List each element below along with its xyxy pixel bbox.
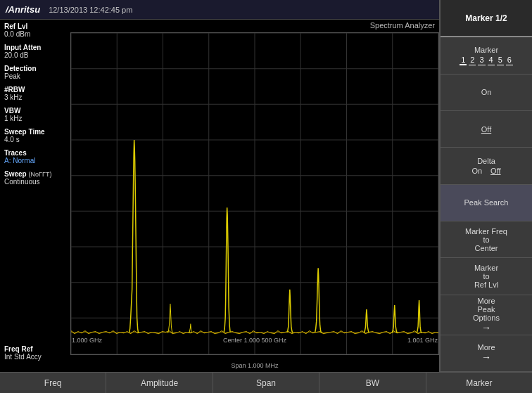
marker-label: Marker <box>474 46 498 54</box>
more-label: More <box>477 343 495 352</box>
marker-num-1[interactable]: 1 <box>460 56 467 65</box>
traces-value: A: Normal <box>4 157 66 165</box>
marker-freq-to-center-center: Center <box>474 244 498 252</box>
tab-bw[interactable]: BW <box>319 373 426 393</box>
delta-off-label: Off <box>490 167 500 175</box>
delta-on-off: On Off <box>471 167 500 175</box>
tab-bw-label: BW <box>366 378 379 388</box>
tab-amplitude-label: Amplitude <box>141 378 178 388</box>
rbw-value: 3 kHz <box>4 94 66 101</box>
spectrum-chart <box>71 33 438 354</box>
off-label: Off <box>481 125 491 134</box>
more-arrow-icon: → <box>481 352 491 363</box>
peak-search-button[interactable]: Peak Search <box>441 185 532 221</box>
rbw-label: #RBW <box>4 86 66 94</box>
marker-title-button[interactable]: Marker 1/2 <box>441 0 532 37</box>
marker-freq-to-center-to: to <box>483 236 489 244</box>
x-label-right: 1.001 GHz <box>407 337 438 344</box>
chart-area <box>70 32 439 355</box>
marker-freq-to-center-label: Marker Freq <box>465 227 507 236</box>
marker-num-5[interactable]: 5 <box>497 56 504 65</box>
marker-to-ref-lvl: Ref Lvl <box>474 281 498 289</box>
marker-to-ref-label: Marker <box>474 264 498 272</box>
marker-to-ref-to: to <box>483 272 489 281</box>
marker-freq-to-center-button[interactable]: Marker Freq to Center <box>441 221 532 258</box>
tab-marker-label: Marker <box>466 378 492 388</box>
more-peak-options-arrow: → <box>481 322 491 333</box>
more-peak-options-options: Options <box>473 314 500 322</box>
on-label: On <box>481 88 492 96</box>
more-peak-options-more: More <box>477 297 495 305</box>
x-label-left: 1.000 GHz <box>72 337 102 344</box>
ref-lvl-value: 0.0 dBm <box>4 30 66 38</box>
vbw-value: 1 kHz <box>4 115 66 122</box>
more-button[interactable]: More → <box>441 335 532 372</box>
input-atten-group: Input Atten 20.0 dB <box>4 44 66 59</box>
logo: /Anritsu <box>6 4 40 15</box>
sweep-mode: (NoΓΓΤ) <box>28 171 51 178</box>
tab-freq[interactable]: Freq <box>0 373 106 393</box>
marker-to-ref-lvl-button[interactable]: Marker to Ref Lvl <box>441 258 532 295</box>
traces-label: Traces <box>4 149 66 157</box>
x-label-center: Center 1.000 500 GHz <box>223 337 286 344</box>
delta-button[interactable]: Delta On Off <box>441 148 532 184</box>
datetime: 12/13/2013 12:42:45 pm <box>49 6 463 14</box>
tab-amplitude[interactable]: Amplitude <box>106 373 213 393</box>
off-button[interactable]: Off <box>441 111 532 148</box>
detection-value: Peak <box>4 72 66 80</box>
rbw-group: #RBW 3 kHz <box>4 86 66 101</box>
x-axis-labels: 1.000 GHz Center 1.000 500 GHz 1.001 GHz <box>70 335 439 355</box>
sweep-time-label: Sweep Time <box>4 128 66 136</box>
input-atten-value: 20.0 dB <box>4 51 66 59</box>
sweep-label: Sweep <box>4 170 27 178</box>
right-panel: Marker 1/2 Marker 1 2 3 4 5 6 On Off Del… <box>439 0 532 372</box>
marker-selector-button[interactable]: Marker 1 2 3 4 5 6 <box>441 37 532 74</box>
tab-marker[interactable]: Marker <box>426 373 532 393</box>
delta-label: Delta <box>477 157 495 165</box>
freq-ref-value: Int Std Accy <box>4 353 42 361</box>
tab-span-label: Span <box>256 378 276 388</box>
detection-group: Detection Peak <box>4 65 66 80</box>
analyzer-title: Spectrum Analyzer <box>366 20 439 31</box>
sweep-time-value: 4.0 s <box>4 136 66 143</box>
on-button[interactable]: On <box>441 75 532 111</box>
sweep-continuous: Continuous <box>4 178 66 186</box>
traces-group: Traces A: Normal <box>4 149 66 165</box>
ref-lvl-group: Ref Lvl 0.0 dBm <box>4 22 66 38</box>
vbw-label: VBW <box>4 107 66 115</box>
bottom-tabs: Freq Amplitude Span BW Marker <box>0 372 532 393</box>
marker-num-3[interactable]: 3 <box>478 56 485 65</box>
detection-label: Detection <box>4 65 66 72</box>
input-atten-label: Input Atten <box>4 44 66 51</box>
delta-on-label: On <box>471 167 482 175</box>
more-peak-options-button[interactable]: More Peak Options → <box>441 295 532 335</box>
tab-freq-label: Freq <box>44 378 62 388</box>
marker-num-4[interactable]: 4 <box>488 56 495 65</box>
sweep-group: Sweep (NoΓΓΤ) Continuous <box>4 170 66 186</box>
marker-num-2[interactable]: 2 <box>469 56 476 65</box>
freq-ref-group: Freq Ref Int Std Accy <box>4 345 42 361</box>
marker-title-label: Marker 1/2 <box>465 13 507 23</box>
peak-search-label: Peak Search <box>464 198 509 207</box>
ref-lvl-label: Ref Lvl <box>4 22 66 30</box>
marker-numbers: 1 2 3 4 5 6 <box>460 56 513 65</box>
sweep-time-group: Sweep Time 4.0 s <box>4 128 66 143</box>
left-panel: Ref Lvl 0.0 dBm Input Atten 20.0 dB Dete… <box>0 20 70 372</box>
marker-num-6[interactable]: 6 <box>506 56 513 65</box>
freq-ref-label: Freq Ref <box>4 345 42 353</box>
more-peak-options-peak: Peak <box>477 305 495 314</box>
tab-span[interactable]: Span <box>213 373 319 393</box>
span-label: Span 1.000 MHz <box>70 362 439 369</box>
vbw-group: VBW 1 kHz <box>4 107 66 122</box>
